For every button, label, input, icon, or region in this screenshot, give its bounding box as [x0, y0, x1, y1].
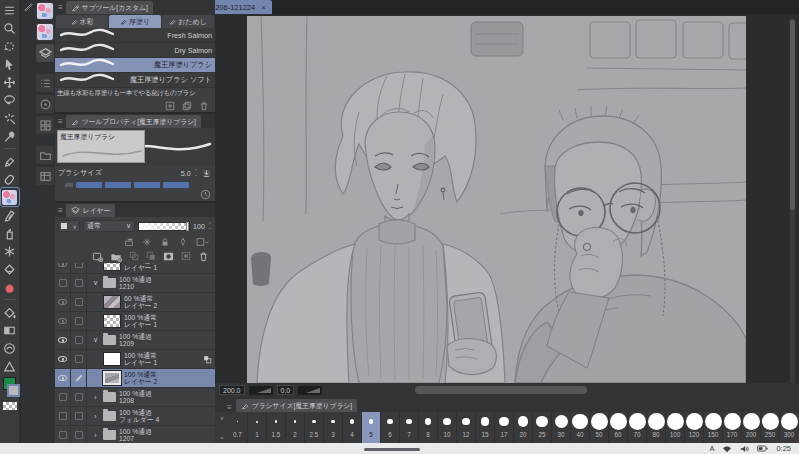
move-tool-icon[interactable]	[1, 73, 19, 91]
brush-size-preset[interactable]: 30	[551, 412, 570, 443]
layer-edit-state[interactable]	[71, 388, 87, 407]
layer-edit-state[interactable]	[71, 331, 87, 350]
layer-thumbnail[interactable]	[103, 295, 121, 309]
layer-visibility[interactable]	[55, 388, 71, 407]
layer-visibility[interactable]	[55, 350, 71, 369]
layer-row[interactable]: 60 %通常レイヤー 2	[55, 293, 215, 312]
brush-size-preset[interactable]: 17	[494, 412, 513, 443]
layer-visibility[interactable]	[55, 263, 71, 274]
close-icon[interactable]: ×	[261, 3, 266, 12]
brush-size-preset[interactable]: 1.5	[266, 412, 285, 443]
custom-brush-tool-icon[interactable]	[1, 188, 19, 206]
reset-settings-icon[interactable]	[200, 189, 211, 201]
layer-row[interactable]: ›100 %通過1207	[55, 426, 215, 443]
shelf-handle[interactable]	[364, 448, 420, 451]
clip-to-layer-icon[interactable]	[124, 237, 134, 247]
panel-menu-icon[interactable]: ≡	[58, 205, 63, 217]
brush-size-stepper[interactable]: ⌃⌄	[194, 170, 198, 176]
opacity-slider[interactable]	[138, 222, 190, 231]
ime-indicator[interactable]: A	[709, 444, 714, 453]
layer-visibility[interactable]	[55, 293, 71, 312]
layer-row[interactable]: ∨100 %通過1209	[55, 331, 215, 350]
layer-thumbnail[interactable]	[103, 314, 121, 328]
layer-edit-state[interactable]	[71, 312, 87, 331]
brush-row[interactable]: 魔王厚塗りブラシ ソフト	[55, 73, 215, 88]
layer-edit-state[interactable]	[71, 263, 87, 274]
opacity-value[interactable]: 100	[193, 223, 205, 230]
layer-palette-icon[interactable]	[36, 44, 54, 62]
panel-menu-icon[interactable]: ≡	[227, 403, 232, 412]
brush-size-preset[interactable]: 80	[646, 412, 665, 443]
enable-mask-icon[interactable]	[178, 237, 188, 247]
navigator-palette-icon[interactable]	[36, 95, 54, 113]
brush-size-preset[interactable]: 150	[703, 412, 722, 443]
chevron-right-icon[interactable]: ›	[91, 413, 100, 420]
folder-palette-icon[interactable]	[36, 146, 54, 164]
brush-size-preset[interactable]: 10	[437, 412, 456, 443]
layer-edit-state[interactable]	[71, 407, 87, 426]
brush-size-preset[interactable]: 200	[741, 412, 760, 443]
airbrush-tool-icon[interactable]	[1, 224, 19, 242]
brush-size-panel-tab[interactable]: ブラシサイズ[魔王厚塗りブラシ]	[236, 399, 358, 412]
chevron-right-icon[interactable]: ›	[91, 394, 100, 401]
brush-size-preset[interactable]: 4	[342, 412, 361, 443]
pen-tool-icon[interactable]	[1, 206, 19, 224]
canvas-hscrollbar[interactable]	[415, 386, 587, 394]
gradient-tool-icon[interactable]	[1, 321, 19, 339]
fill-tool-icon[interactable]	[1, 303, 19, 321]
layer-row[interactable]: 100 %通常レイヤー 1	[55, 350, 215, 369]
brush-size-preset[interactable]: 12	[456, 412, 475, 443]
add-subtool-icon[interactable]	[165, 101, 175, 111]
brush-size-preset[interactable]: 170	[722, 412, 741, 443]
transparent-color-swatch[interactable]	[3, 402, 17, 410]
subtool-thumb-2[interactable]	[36, 23, 54, 41]
panel-menu-icon[interactable]: ≡	[58, 2, 63, 14]
layer-visibility[interactable]	[55, 274, 71, 293]
layer-row[interactable]: ›100 %通過フォルダー 4	[55, 407, 215, 426]
subtool-tab-おためし[interactable]: おためし	[162, 15, 214, 28]
brush-size-value[interactable]: 5.0	[181, 169, 191, 178]
lasso-tool-icon[interactable]	[1, 91, 19, 109]
chevron-right-icon[interactable]: ›	[91, 432, 100, 439]
brush-size-preset[interactable]: 15	[475, 412, 494, 443]
brush-size-preset[interactable]: 1	[247, 412, 266, 443]
brush-size-slider[interactable]	[55, 180, 215, 189]
eyedropper-tool-icon[interactable]	[1, 127, 19, 145]
brush-size-preset[interactable]: 25	[532, 412, 551, 443]
brush-size-preset[interactable]: 60	[608, 412, 627, 443]
rotate-slider[interactable]	[298, 386, 322, 395]
layer-row[interactable]: ›100 %通過1208	[55, 388, 215, 407]
lock-layer-icon[interactable]	[160, 237, 170, 247]
brush-size-preset[interactable]: 2.5	[304, 412, 323, 443]
brush-size-preset[interactable]: 6	[380, 412, 399, 443]
brush-size-preset[interactable]: 300	[779, 412, 798, 443]
rotate-tool-icon[interactable]	[1, 37, 19, 55]
register-default-icon[interactable]	[201, 168, 212, 179]
brush-size-preset[interactable]: 70	[627, 412, 646, 443]
brush-size-preset[interactable]: 3	[323, 412, 342, 443]
brush-size-preset[interactable]: 40	[570, 412, 589, 443]
auto-select-tool-icon[interactable]	[1, 109, 19, 127]
brush-size-preset[interactable]: 0.7	[228, 412, 247, 443]
layer-row[interactable]: 100 %通常レイヤー 1	[55, 263, 215, 274]
layer-visibility[interactable]	[55, 426, 71, 444]
decoration-tool-icon[interactable]	[1, 242, 19, 260]
status-tray[interactable]: A 0:25	[709, 443, 791, 454]
layer-visibility[interactable]	[55, 407, 71, 426]
brush-size-preset[interactable]: 2	[285, 412, 304, 443]
info-palette-icon[interactable]	[36, 167, 54, 185]
apply-mask-icon[interactable]	[181, 251, 191, 261]
brush-size-preset[interactable]: 5	[361, 412, 380, 443]
duplicate-subtool-icon[interactable]	[182, 101, 192, 111]
layer-visibility[interactable]	[55, 312, 71, 331]
blend-mode-dropdown[interactable]: 通常 ∨	[83, 220, 135, 232]
layer-row[interactable]: 100 %通常レイヤー 1	[55, 312, 215, 331]
brush-size-preset[interactable]: 20	[513, 412, 532, 443]
brush-size-preset[interactable]: 100	[665, 412, 684, 443]
create-mask-icon[interactable]	[163, 251, 174, 262]
layer-edit-state[interactable]	[71, 426, 87, 444]
layer-visibility[interactable]	[55, 331, 71, 350]
canvas-tab[interactable]: 1206-121224 ×	[205, 0, 272, 14]
operation-tool-icon[interactable]	[1, 55, 19, 73]
lock-alpha-icon[interactable]	[142, 237, 152, 247]
